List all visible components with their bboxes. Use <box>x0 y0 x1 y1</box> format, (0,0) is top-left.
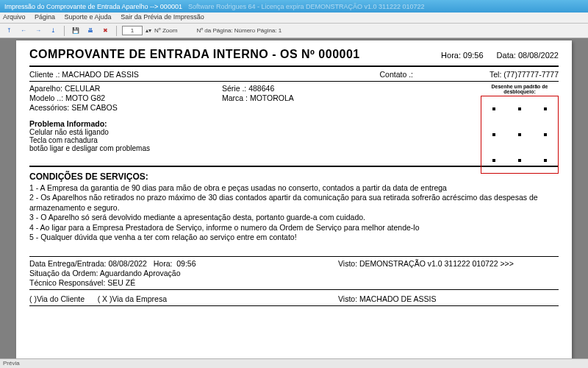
print-page: COMPROVANTE DE ENTRADA INTERNO - OS Nº 0… <box>16 40 572 358</box>
last-page-icon[interactable]: ⤓ <box>47 26 59 36</box>
cancel-icon[interactable]: ✖ <box>99 26 111 36</box>
problema-line: Tecla com rachadura <box>29 136 559 144</box>
cond-line: 2 - Os Aparelhos não retirados no prazo … <box>29 193 559 213</box>
unlock-grid <box>481 96 559 174</box>
visto2-field: Visto: MACHADO DE ASSIS <box>338 294 436 303</box>
entrega-field: Data Entrega/Entrada: 08/08/2022 Hora: 0… <box>29 259 338 268</box>
zoom-label: Nº Zoom <box>154 27 177 34</box>
problema-line: botão ligar e desligar com problemas <box>29 144 559 152</box>
tel-field: Tel: (77)77777-7777 <box>413 70 559 79</box>
print-icon[interactable]: 🖶 <box>85 26 96 36</box>
doc-time: Hora: 09:56 <box>441 51 484 60</box>
visto1-field: Visto: DEMONSTRAÇÃO v1.0 311222 010722 >… <box>338 259 559 268</box>
contato-field: Contato .: <box>222 70 413 79</box>
first-page-icon[interactable]: ⤒ <box>3 26 15 36</box>
menu-arquivo[interactable]: Arquivo <box>3 13 26 21</box>
cliente-field: Cliente .: MACHADO DE ASSIS <box>29 70 222 79</box>
cond-line: 3 - O Aparelho só será devolvido mediant… <box>29 213 559 222</box>
page-number-label: Nº da Página: Número Página: 1 <box>196 27 282 34</box>
statusbar-text: Prévia <box>3 360 20 367</box>
serie-field: Série .: 488646 <box>222 84 347 93</box>
window-title: Impressão do Comprovante de Entrada Apar… <box>4 3 182 10</box>
window-title-ghost: Software Rodrigues 64 - Licença expira D… <box>188 3 425 10</box>
aparelho-field: Aparelho: CELULAR <box>29 84 222 93</box>
condicoes-title: CONDIÇÕES DE SERVIÇOS: <box>29 171 559 182</box>
modelo-field: Modelo ..: MOTO G82 <box>29 93 222 102</box>
statusbar: Prévia <box>0 358 588 368</box>
save-icon[interactable]: 💾 <box>70 26 82 36</box>
cond-line: 1 - A Empresa da garantia de 90 dias par… <box>29 183 559 193</box>
situacao-field: Situação da Ordem: Aguardando Aprovação <box>29 269 338 277</box>
tecnico-field: Técnico Responsável: SEU ZÉ <box>29 278 338 287</box>
cond-line: 5 - Qualquer dúvida que venha a ter com … <box>29 233 559 242</box>
zoom-input[interactable]: 1 <box>122 26 143 35</box>
prev-page-icon[interactable]: ← <box>18 26 29 36</box>
via-options: ( )Via do Cliente ( X )Via da Empresa <box>29 294 338 303</box>
menubar: Arquivo Página Suporte e Ajuda Sair da P… <box>0 13 588 24</box>
marca-field: Marca : MOTOROLA <box>222 93 347 102</box>
menu-sair[interactable]: Sair da Prévia de Impressão <box>121 13 204 21</box>
unlock-pattern-box: Desenhe um padrão de desbloqueio: <box>481 84 559 174</box>
cond-line: 4 - Ao ligar para a Empresa Prestadora d… <box>29 223 559 233</box>
doc-date: Data: 08/08/2022 <box>497 51 559 60</box>
window-titlebar: Impressão do Comprovante de Entrada Apar… <box>0 0 588 13</box>
problema-line: Celular não está ligando <box>29 128 559 136</box>
toolbar: ⤒ ← → ⤓ 💾 🖶 ✖ 1 ▴▾ Nº Zoom Nº da Página:… <box>0 24 588 38</box>
zoom-spinner-icon[interactable]: ▴▾ <box>146 27 151 34</box>
acessorios-field: Acessórios: SEM CABOS <box>29 103 222 112</box>
next-page-icon[interactable]: → <box>32 26 44 36</box>
problema-title: Problema Informado: <box>29 119 559 128</box>
menu-suporte[interactable]: Suporte e Ajuda <box>65 13 112 21</box>
menu-pagina[interactable]: Página <box>35 13 55 21</box>
unlock-label: Desenhe um padrão de desbloqueio: <box>481 84 559 94</box>
doc-title: COMPROVANTE DE ENTRADA INTERNO - OS Nº 0… <box>29 48 441 61</box>
preview-workspace: COMPROVANTE DE ENTRADA INTERNO - OS Nº 0… <box>0 38 588 358</box>
